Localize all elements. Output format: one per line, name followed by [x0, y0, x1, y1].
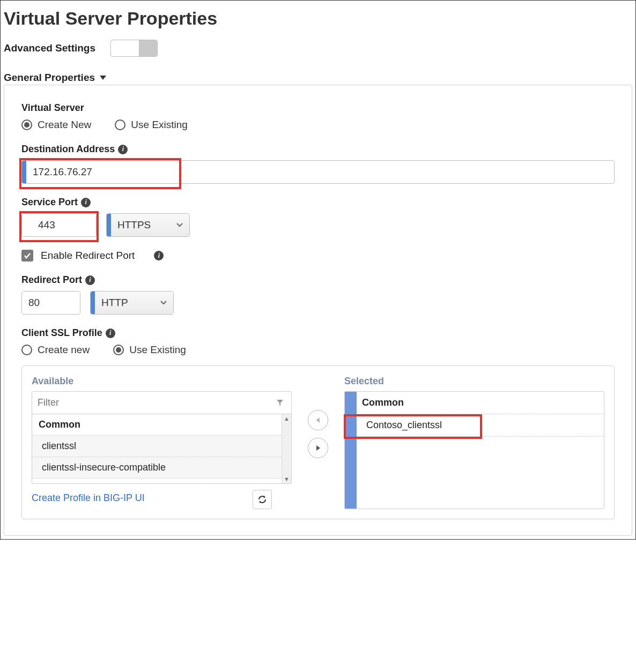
info-icon[interactable]: i [106, 328, 115, 338]
redirect-port-label: Redirect Port i [21, 274, 615, 286]
svg-marker-3 [316, 445, 320, 451]
virtual-server-label: Virtual Server [21, 102, 615, 114]
vs-use-existing-radio[interactable]: Use Existing [115, 119, 188, 131]
scroll-up-icon[interactable]: ▲ [282, 414, 291, 423]
radio-unchecked-icon [21, 345, 32, 355]
dest-addr-label: Destination Address i [21, 144, 615, 155]
svg-marker-2 [316, 417, 320, 423]
refresh-button[interactable] [253, 490, 272, 509]
redirect-port-protocol-select[interactable]: HTTP [90, 291, 174, 315]
svc-port-label: Service Port i [21, 197, 615, 208]
list-group: Common [345, 392, 604, 414]
caret-down-icon [99, 75, 107, 80]
general-properties-panel: Virtual Server Create New Use Existing D… [4, 85, 632, 536]
svc-port-protocol-select[interactable]: HTTPS [106, 213, 190, 237]
enable-redirect-checkbox[interactable] [21, 250, 33, 262]
move-left-button[interactable] [308, 410, 328, 430]
radio-checked-icon [21, 120, 32, 130]
info-icon[interactable]: i [81, 198, 91, 207]
scrollbar[interactable]: ▲ ▼ [282, 414, 291, 483]
svc-port-field [21, 213, 97, 237]
radio-unchecked-icon [115, 120, 125, 130]
redirect-port-protocol-value: HTTP [101, 297, 128, 309]
ssl-picker: Available Common clientssl clientssl-ins… [21, 365, 615, 519]
ssl-use-existing-label: Use Existing [129, 344, 186, 356]
redirect-port-input[interactable] [22, 292, 80, 314]
vs-create-new-label: Create New [38, 119, 91, 131]
svg-marker-0 [100, 76, 106, 80]
advanced-settings-label: Advanced Settings [4, 42, 95, 54]
filter-icon[interactable] [276, 399, 291, 407]
ssl-selected-col: Selected Common Contoso_clientssl [344, 376, 604, 509]
list-group: Common [32, 414, 291, 436]
svg-marker-1 [277, 400, 283, 406]
move-right-button[interactable] [308, 438, 328, 458]
ssl-available-label: Available [32, 376, 292, 387]
section-header-label: General Properties [4, 72, 95, 84]
ssl-available-col: Available Common clientssl clientssl-ins… [32, 376, 292, 504]
list-item[interactable]: clientssl-insecure-compatible [32, 457, 291, 479]
create-profile-link[interactable]: Create Profile in BIG-IP UI [32, 492, 145, 504]
page-title: Virtual Server Properties [4, 8, 632, 29]
redirect-port-field [21, 291, 80, 315]
svc-port-input[interactable] [22, 214, 97, 236]
enable-redirect-label: Enable Redirect Port [41, 250, 135, 262]
radio-checked-icon [113, 345, 124, 355]
ssl-create-new-radio[interactable]: Create new [21, 344, 90, 356]
svc-port-protocol-value: HTTPS [117, 219, 151, 231]
dest-addr-input[interactable] [26, 161, 614, 183]
list-item[interactable]: Contoso_clientssl [345, 414, 604, 437]
ssl-selected-list[interactable]: Common Contoso_clientssl [344, 391, 604, 509]
chevron-down-icon [160, 301, 167, 305]
client-ssl-label: Client SSL Profile i [21, 327, 615, 339]
info-icon[interactable]: i [154, 251, 164, 260]
scroll-down-icon[interactable]: ▼ [282, 475, 291, 483]
chevron-down-icon [176, 223, 183, 227]
vs-use-existing-label: Use Existing [131, 119, 188, 131]
ssl-use-existing-radio[interactable]: Use Existing [113, 344, 186, 356]
ssl-create-new-label: Create new [38, 344, 90, 356]
general-properties-header[interactable]: General Properties [4, 72, 632, 84]
advanced-settings-toggle[interactable] [110, 40, 158, 57]
dest-addr-field [21, 160, 615, 184]
ssl-available-list[interactable]: Common clientssl clientssl-insecure-comp… [32, 414, 292, 484]
vs-create-new-radio[interactable]: Create New [21, 119, 91, 131]
ssl-move-controls [308, 410, 328, 458]
ssl-selected-label: Selected [344, 376, 604, 387]
info-icon[interactable]: i [118, 145, 128, 154]
ssl-filter-input[interactable] [32, 392, 276, 414]
info-icon[interactable]: i [85, 275, 95, 285]
list-item[interactable]: clientssl [32, 436, 291, 457]
